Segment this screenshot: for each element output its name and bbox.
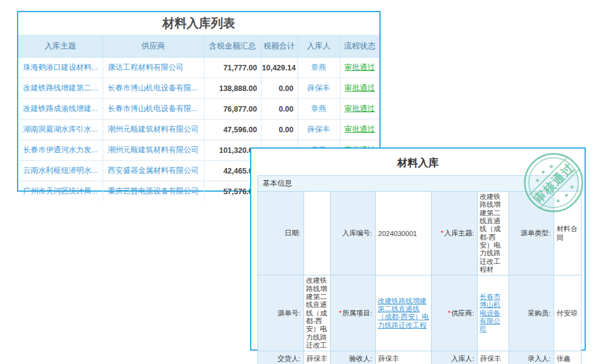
supplier-link[interactable]: 潮州元顺建筑材料有限公司 xyxy=(108,125,199,133)
inspector-value: 薛保丰 xyxy=(376,351,432,364)
subject-value: 改建铁路线增建第二线直通线（成都-西安）电力线路迁改工程材 xyxy=(478,192,509,275)
form-row-2: 源单号: 改建铁路线增建第二线直通线（成都-西安）电力线路迁改工 *所属项目: … xyxy=(258,275,582,351)
person-link[interactable]: 章燕 xyxy=(311,104,327,113)
inspector-label: 验收人: xyxy=(331,351,376,364)
tax-cell: 10,429.14 xyxy=(261,58,297,78)
col-header-supplier: 供应商 xyxy=(103,35,204,58)
stamp-star: ★ xyxy=(563,192,571,200)
status-link[interactable]: 审批通过 xyxy=(345,84,375,92)
approval-stamp: 审核通过 ★ ★ ★ ★ ★ ★ xyxy=(523,152,585,214)
required-asterisk: * xyxy=(339,309,341,317)
material-detail-panel: 材料入库 基本信息 日期: 入库编号: 2024030001 *入库主题: 改建… xyxy=(250,147,586,351)
buyer-label: 采购员: xyxy=(509,275,554,351)
subject-link[interactable]: 长春市伊通河水力发... xyxy=(23,146,98,154)
supplier-label: *供应商: xyxy=(432,275,478,351)
amount-cell: 138,888.00 xyxy=(204,78,261,99)
source-no-value: 改建铁路线增建第二线直通线（成都-西安）电力线路迁改工 xyxy=(304,275,331,351)
project-link[interactable]: 改建铁路线增建第二线直通线（成都-西安）电力线路迁改工程 xyxy=(378,297,429,329)
entry-no-label: 入库编号: xyxy=(331,192,376,275)
tax-cell: 0.00 xyxy=(261,99,297,120)
col-header-status: 流程状态 xyxy=(340,35,379,58)
entry-no-value: 2024030001 xyxy=(376,192,432,275)
supplier-link[interactable]: 西安盛器金属材料有限公司 xyxy=(108,166,199,175)
col-header-tax: 税额合计 xyxy=(261,35,297,58)
subject-link[interactable]: 改建铁路线增建第二... xyxy=(23,84,98,92)
project-label: *所属项目: xyxy=(331,275,376,351)
person-link[interactable]: 薛保丰 xyxy=(307,125,330,133)
table-row: 改建铁路成渝线增建... 长春市博山机电设备有限... 76,877.00 0.… xyxy=(18,99,379,120)
person-link[interactable]: 章燕 xyxy=(311,63,327,72)
required-asterisk: * xyxy=(448,309,450,317)
subject-link[interactable]: 湖南洞庭湖水库引水... xyxy=(23,125,98,133)
warehouser-value: 薛保丰 xyxy=(478,351,509,364)
recorder-label: 录入人: xyxy=(509,351,554,364)
status-link[interactable]: 审批通过 xyxy=(345,104,375,113)
deliverer-value: 薛保丰 xyxy=(304,351,331,364)
required-asterisk: * xyxy=(441,229,443,237)
stamp-star: ★ xyxy=(548,163,555,170)
deliverer-label: 交货人: xyxy=(258,351,304,364)
person-link[interactable]: 薛保丰 xyxy=(307,84,330,92)
status-link[interactable]: 审批通过 xyxy=(345,63,375,72)
amount-cell: 47,596.00 xyxy=(204,120,261,140)
detail-form-table: 日期: 入库编号: 2024030001 *入库主题: 改建铁路线增建第二线直通… xyxy=(257,191,582,364)
supplier-link[interactable]: 潮州元顺建筑材料有限公司 xyxy=(108,146,199,154)
tax-cell: 0.00 xyxy=(261,78,297,99)
subject-link[interactable]: 广州市天河区统计局... xyxy=(23,187,98,195)
tax-cell: 0.00 xyxy=(261,120,297,140)
warehouser-label: 入库人: xyxy=(432,351,478,364)
status-link[interactable]: 审批通过 xyxy=(345,125,375,133)
subject-link[interactable]: 改建铁路成渝线增建... xyxy=(23,104,98,113)
subject-link[interactable]: 云南水利枢纽潜明水... xyxy=(23,166,98,175)
supplier-link[interactable]: 康达工程材料有限公司 xyxy=(108,63,184,72)
supplier-link[interactable]: 长春市博山机电设备有限... xyxy=(108,84,198,92)
buyer-value: 付安琼 xyxy=(554,275,582,351)
table-row: 珠海鹤港口建设材料... 康达工程材料有限公司 71,777.00 10,429… xyxy=(18,58,379,78)
recorder-value: 张鑫 xyxy=(554,351,582,364)
col-header-person: 入库人 xyxy=(297,35,340,58)
subject-label: *入库主题: xyxy=(432,192,478,275)
stamp-star: ★ xyxy=(554,197,562,205)
supplier-link[interactable]: 长春市博山机电设备有限... xyxy=(108,104,198,113)
date-value xyxy=(304,192,331,275)
amount-cell: 71,777.00 xyxy=(204,58,261,78)
screen: 材料入库列表 入库主题 供应商 含税金额汇总 税额合计 入库人 流程状态 珠海鹤… xyxy=(0,0,607,364)
stamp-star: ★ xyxy=(539,168,547,176)
list-header-row: 入库主题 供应商 含税金额汇总 税额合计 入库人 流程状态 xyxy=(18,35,379,58)
col-header-amount: 含税金额汇总 xyxy=(204,35,261,58)
amount-cell: 76,877.00 xyxy=(204,99,261,120)
supplier-link[interactable]: 重庆艺普电源设备有限公司 xyxy=(108,187,199,195)
source-no-label: 源单号: xyxy=(258,275,304,351)
list-title: 材料入库列表 xyxy=(18,12,379,35)
supplier-link[interactable]: 长春市博山机电设备有限公司 xyxy=(480,293,501,332)
table-row: 湖南洞庭湖水库引水... 潮州元顺建筑材料有限公司 47,596.00 0.00… xyxy=(18,120,379,140)
stamp-star: ★ xyxy=(568,183,576,191)
stamp-star: ★ xyxy=(534,177,541,184)
col-header-subject: 入库主题 xyxy=(18,35,103,58)
date-label: 日期: xyxy=(258,192,304,275)
form-row-3: 交货人: 薛保丰 验收人: 薛保丰 入库人: 薛保丰 录入人: 张鑫 xyxy=(258,351,582,364)
table-row: 改建铁路线增建第二... 长春市博山机电设备有限... 138,888.00 0… xyxy=(18,78,379,99)
subject-link[interactable]: 珠海鹤港口建设材料... xyxy=(23,63,98,72)
